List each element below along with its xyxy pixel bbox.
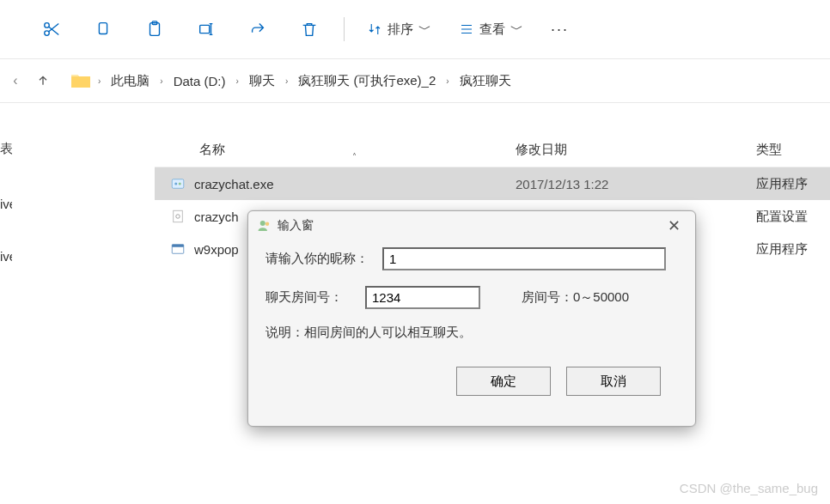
scissors-icon: [42, 20, 61, 39]
svg-point-0: [45, 23, 50, 28]
chevron-right-icon: ›: [236, 76, 239, 86]
chevron-right-icon: ›: [446, 76, 449, 86]
nickname-input[interactable]: [382, 247, 666, 270]
delete-button[interactable]: [284, 12, 335, 46]
dialog-title: 输入窗: [278, 218, 314, 234]
rename-icon: [197, 20, 216, 39]
sidebar-item[interactable]: 表: [0, 133, 12, 163]
chevron-right-icon: ›: [160, 76, 162, 86]
svg-rect-12: [172, 245, 184, 247]
sort-icon: [367, 21, 382, 37]
app-icon: [170, 241, 186, 257]
file-row[interactable]: crazychat.exe 2017/12/13 1:22 应用程序: [155, 167, 830, 200]
sidebar: 表 ive ive: [0, 133, 12, 271]
sort-label: 排序: [388, 21, 413, 38]
cut-button[interactable]: [26, 12, 77, 46]
svg-point-14: [265, 222, 270, 227]
rename-button[interactable]: [180, 12, 232, 46]
file-name: crazychat.exe: [194, 177, 274, 191]
dialog-description: 说明：相同房间的人可以相互聊天。: [265, 325, 472, 341]
breadcrumb-item[interactable]: 聊天: [249, 73, 275, 89]
copy-icon: [94, 20, 113, 39]
svg-rect-9: [174, 210, 183, 222]
ok-button[interactable]: 确定: [456, 367, 551, 396]
separator: [344, 17, 345, 41]
svg-point-7: [174, 183, 177, 185]
file-name: crazych: [194, 209, 239, 224]
file-type: 配置设置: [756, 209, 830, 225]
watermark: CSDN @the_same_bug: [680, 481, 818, 495]
up-button[interactable]: [29, 67, 57, 94]
sort-indicator-icon: ˄: [352, 152, 357, 161]
svg-rect-5: [200, 25, 210, 33]
file-type: 应用程序: [756, 176, 830, 192]
breadcrumb-item[interactable]: 此电脑: [111, 73, 150, 89]
column-headers: 名称˄ 修改日期 类型: [155, 133, 830, 167]
more-button[interactable]: ···: [537, 21, 583, 39]
list-icon: [459, 21, 474, 37]
header-date[interactable]: 修改日期: [516, 142, 756, 158]
breadcrumb-item[interactable]: 疯狂聊天 (可执行exe)_2: [298, 73, 436, 89]
paste-button[interactable]: [129, 12, 180, 46]
chevron-right-icon: ›: [285, 76, 288, 86]
room-hint: 房间号：0～50000: [522, 289, 629, 306]
svg-point-13: [260, 221, 265, 226]
view-label: 查看: [479, 21, 505, 38]
input-dialog: 输入窗 ✕ 请输入你的昵称： 聊天房间号： 房间号：0～50000 说明：相同房…: [247, 210, 696, 427]
breadcrumb: › 此电脑 › Data (D:) › 聊天 › 疯狂聊天 (可执行exe)_2…: [98, 73, 511, 89]
breadcrumb-item[interactable]: Data (D:): [174, 74, 226, 88]
clipboard-icon: [145, 20, 164, 39]
file-date: 2017/12/13 1:22: [516, 177, 756, 191]
room-input[interactable]: [365, 286, 480, 309]
up-arrow-icon: [36, 74, 50, 88]
people-icon: [257, 218, 272, 234]
close-button[interactable]: ✕: [661, 216, 687, 235]
dialog-titlebar[interactable]: 输入窗 ✕: [248, 211, 695, 240]
chevron-right-icon: ›: [98, 76, 101, 86]
folder-icon: [70, 72, 91, 89]
svg-rect-2: [99, 23, 107, 34]
room-label: 聊天房间号：: [265, 289, 365, 306]
config-icon: [170, 209, 186, 224]
trash-icon: [300, 20, 319, 39]
breadcrumb-item[interactable]: 疯狂聊天: [460, 73, 511, 89]
share-icon: [248, 20, 267, 39]
header-type[interactable]: 类型: [756, 142, 830, 158]
header-name[interactable]: 名称˄: [155, 142, 516, 158]
share-button[interactable]: [232, 12, 284, 46]
file-type: 应用程序: [756, 241, 830, 258]
cancel-button[interactable]: 取消: [566, 367, 661, 396]
nickname-label: 请输入你的昵称：: [265, 251, 382, 267]
svg-point-1: [45, 31, 50, 36]
back-button[interactable]: ‹: [2, 67, 29, 94]
chevron-down-icon: ﹀: [418, 21, 431, 38]
file-name: w9xpop: [194, 242, 239, 257]
copy-button[interactable]: [77, 12, 129, 46]
address-bar: ‹ › 此电脑 › Data (D:) › 聊天 › 疯狂聊天 (可执行exe)…: [0, 58, 830, 103]
chevron-down-icon: ﹀: [510, 21, 523, 38]
sidebar-item[interactable]: ive: [0, 189, 12, 219]
view-dropdown[interactable]: 查看 ﹀: [445, 21, 537, 38]
sort-dropdown[interactable]: 排序 ﹀: [353, 21, 445, 38]
svg-rect-6: [172, 179, 184, 189]
toolbar: 排序 ﹀ 查看 ﹀ ···: [0, 0, 830, 58]
exe-icon: [170, 176, 186, 191]
svg-point-8: [179, 183, 181, 185]
sidebar-item[interactable]: ive: [0, 241, 12, 271]
